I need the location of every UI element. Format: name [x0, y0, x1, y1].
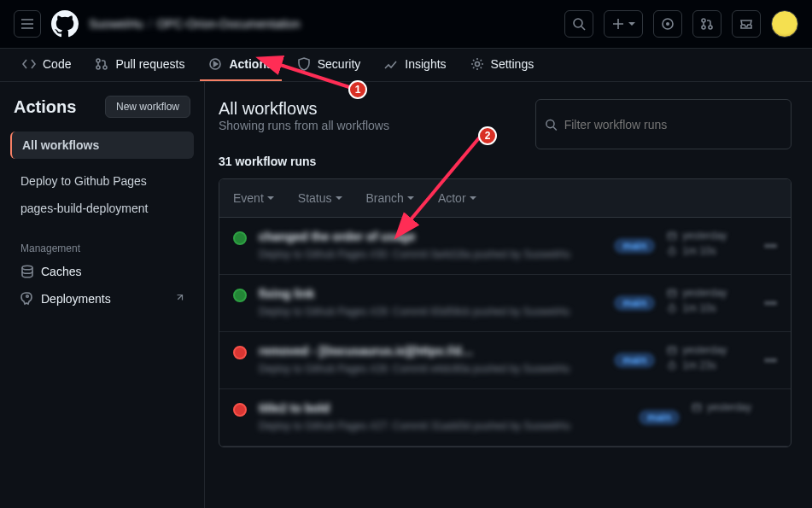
run-row[interactable]: fixing link Deploy to Github Pages #29: …	[219, 275, 791, 332]
run-title[interactable]: removed - [Docusaurus.io](https://d…	[259, 344, 602, 358]
add-button[interactable]	[604, 10, 643, 38]
svg-point-11	[22, 266, 32, 270]
svg-rect-16	[669, 289, 676, 296]
calendar-icon	[667, 231, 677, 241]
sidebar-title: Actions	[14, 97, 76, 117]
run-subtitle: Deploy to Github Pages #28: Commit e4dc8…	[259, 361, 602, 377]
stopwatch-icon	[667, 246, 677, 256]
filter-input[interactable]	[564, 118, 782, 131]
tab-code[interactable]: Code	[14, 49, 79, 81]
pull-request-icon	[700, 17, 714, 31]
svg-point-13	[546, 120, 554, 127]
sidebar-item-caches[interactable]: Caches	[10, 258, 194, 285]
run-list: Event Status Branch Actor changed the or…	[219, 178, 792, 447]
caret-down-icon	[470, 196, 476, 200]
search-icon	[572, 17, 586, 31]
play-icon	[208, 57, 222, 71]
svg-point-3	[702, 19, 705, 22]
svg-point-6	[96, 59, 100, 62]
breadcrumb: SuoweiHu / OPC-Orion-Documentation	[89, 17, 301, 31]
branch-badge[interactable]: main	[614, 353, 655, 368]
code-icon	[22, 57, 36, 71]
sidebar-item-wf1[interactable]: Deploy to Github Pages	[10, 167, 194, 195]
tab-pulls[interactable]: Pull requests	[86, 49, 193, 81]
svg-point-7	[96, 66, 100, 69]
tab-actions[interactable]: Actions	[200, 49, 281, 81]
run-menu-button[interactable]: •••	[764, 353, 777, 367]
hamburger-button[interactable]	[14, 10, 41, 38]
tab-security[interactable]: Security	[289, 49, 370, 81]
run-menu-button[interactable]: •••	[764, 239, 777, 253]
run-meta: yesterday 1m 23s	[667, 344, 752, 375]
run-row[interactable]: removed - [Docusaurus.io](https://d… Dep…	[219, 332, 791, 389]
calendar-icon	[667, 288, 677, 298]
run-subtitle: Deploy to Github Pages #30: Commit 0a4d1…	[259, 247, 602, 262]
run-count: 31 workflow runs	[219, 155, 792, 168]
stopwatch-icon	[667, 360, 677, 371]
filter-branch[interactable]: Branch	[366, 191, 414, 205]
graph-icon	[384, 57, 398, 71]
hamburger-icon	[20, 17, 34, 31]
sidebar-group-management: Management	[10, 236, 194, 258]
branch-badge[interactable]: main	[614, 238, 655, 254]
sidebar-item-deployments[interactable]: Deployments	[10, 285, 194, 312]
status-success-icon	[233, 289, 247, 302]
run-subtitle: Deploy to Github Pages #27: Commit 31add…	[259, 418, 627, 434]
run-row[interactable]: changed the order of usage Deploy to Git…	[219, 218, 791, 275]
svg-point-4	[702, 26, 705, 29]
filter-status[interactable]: Status	[298, 191, 342, 205]
inbox-icon	[739, 17, 753, 31]
branch-badge[interactable]: main	[614, 295, 655, 311]
svg-point-10	[475, 62, 479, 67]
breadcrumb-repo[interactable]: OPC-Orion-Documentation	[157, 17, 301, 31]
svg-rect-14	[669, 232, 676, 239]
svg-point-5	[709, 26, 712, 29]
global-header: SuoweiHu / OPC-Orion-Documentation	[0, 0, 812, 49]
issue-icon	[661, 17, 675, 31]
tab-settings[interactable]: Settings	[462, 49, 543, 81]
svg-point-12	[26, 295, 29, 298]
sidebar-item-all-workflows[interactable]: All workflows	[10, 131, 194, 159]
page-subtitle: Showing runs from all workflows	[219, 119, 389, 132]
database-icon	[20, 265, 34, 278]
github-logo-icon[interactable]	[51, 10, 79, 38]
svg-rect-18	[669, 347, 676, 353]
filter-actor[interactable]: Actor	[438, 191, 476, 205]
status-fail-icon	[233, 346, 247, 359]
issues-button[interactable]	[653, 10, 682, 38]
svg-point-0	[574, 19, 582, 27]
pull-requests-button[interactable]	[692, 10, 721, 38]
run-title[interactable]: fixing link	[259, 287, 602, 301]
calendar-icon	[667, 345, 677, 355]
run-subtitle: Deploy to Github Pages #29: Commit 83d59…	[259, 304, 602, 319]
sidebar: Actions New workflow All workflows Deplo…	[0, 82, 205, 508]
search-icon	[545, 118, 558, 131]
avatar[interactable]	[771, 10, 798, 38]
run-title[interactable]: changed the order of usage	[259, 230, 602, 243]
branch-badge[interactable]: main	[639, 410, 680, 425]
inbox-button[interactable]	[732, 10, 761, 38]
sidebar-item-wf2[interactable]: pages-build-deployment	[10, 195, 194, 222]
run-meta: yesterday 1m 10s	[667, 287, 752, 318]
filter-search[interactable]	[535, 99, 792, 149]
external-link-icon	[173, 294, 184, 304]
run-menu-button[interactable]: •••	[764, 296, 777, 310]
filter-bar: Event Status Branch Actor	[219, 179, 791, 218]
calendar-icon	[692, 402, 702, 412]
new-workflow-button[interactable]: New workflow	[105, 96, 190, 118]
breadcrumb-owner[interactable]: SuoweiHu	[89, 17, 143, 31]
svg-point-2	[666, 22, 669, 26]
run-title[interactable]: title2 to bold	[259, 401, 627, 415]
run-meta: yesterday 1m 10s	[667, 230, 752, 260]
tab-insights[interactable]: Insights	[376, 49, 454, 81]
search-button[interactable]	[564, 10, 593, 38]
stopwatch-icon	[667, 303, 677, 313]
run-row[interactable]: title2 to bold Deploy to Github Pages #2…	[219, 389, 791, 447]
filter-event[interactable]: Event	[233, 191, 274, 205]
breadcrumb-sep: /	[149, 17, 152, 31]
main: All workflows Showing runs from all work…	[205, 82, 812, 508]
pull-request-icon	[95, 57, 108, 71]
svg-rect-20	[693, 404, 701, 411]
caret-down-icon	[336, 196, 342, 200]
status-fail-icon	[233, 403, 247, 417]
